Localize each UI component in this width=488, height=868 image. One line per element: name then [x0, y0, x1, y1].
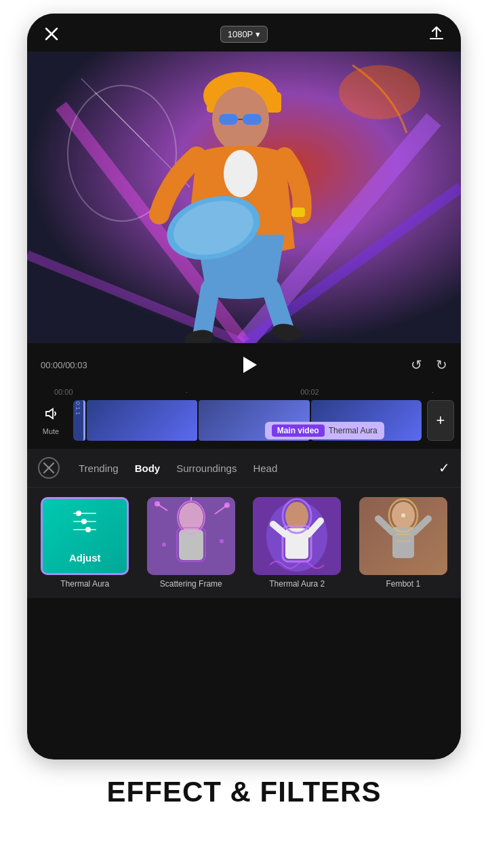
effects-tabs: Trending Body Surroundings Head ✓ [27, 449, 461, 488]
ruler-mark-1: 00:00 [54, 388, 73, 396]
tab-surroundings[interactable]: Surroundings [168, 460, 245, 477]
dropdown-arrow: ▾ [256, 29, 260, 39]
no-effect-button[interactable] [38, 457, 60, 479]
time-display: 00:00/00:03 [41, 360, 87, 370]
play-icon [243, 357, 257, 373]
ruler-dot-2: · [432, 388, 434, 396]
effect-label-thermal2: Thermal Aura 2 [269, 579, 325, 589]
svg-rect-19 [291, 208, 305, 217]
top-bar: 1080P ▾ [27, 14, 461, 52]
effect-item-fembot[interactable]: Fembot 1 [354, 497, 453, 589]
effects-panel: Trending Body Surroundings Head ✓ Adjust… [27, 449, 461, 598]
main-video-badge: Main video [272, 425, 325, 437]
add-clip-icon: + [436, 412, 445, 429]
phone-frame: 1080P ▾ [27, 14, 461, 760]
svg-point-31 [220, 539, 224, 543]
page-footer: EFFECT & FILTERS [107, 776, 382, 808]
redo-button[interactable]: ↻ [436, 357, 447, 373]
effect-item-thermal-aura[interactable]: Adjust Thermal Aura [35, 497, 135, 589]
mute-icon [43, 406, 58, 425]
svg-point-14 [224, 150, 258, 197]
clip-indicator: 0:1.1 [73, 400, 85, 441]
effect-thumb-fembot [359, 497, 447, 575]
timeline-section: 00:00 · 00:02 · Mute 0:1.1 [27, 387, 461, 449]
effect-popup: Main video Thermal Aura [265, 422, 384, 439]
add-clip-button[interactable]: + [427, 400, 454, 441]
svg-point-51 [401, 513, 405, 517]
tab-trending[interactable]: Trending [70, 460, 127, 477]
video-preview [27, 52, 461, 343]
effects-grid: Adjust Thermal Aura [27, 488, 461, 598]
svg-rect-11 [219, 114, 238, 125]
effect-item-scattering[interactable]: Scattering Frame [142, 497, 241, 589]
ruler-mark-2: 00:02 [300, 388, 319, 396]
ruler-dot-1: · [186, 388, 188, 396]
export-button[interactable] [426, 23, 447, 45]
tab-head[interactable]: Head [245, 460, 285, 477]
mute-label: Mute [43, 427, 59, 435]
timeline-track: Mute 0:1.1 [34, 397, 454, 443]
footer-title: EFFECT & FILTERS [107, 776, 382, 808]
playback-bar: 00:00/00:03 ↺ ↻ [27, 343, 461, 387]
control-buttons: ↺ ↻ [411, 357, 447, 373]
timeline-ruler: 00:00 · 00:02 · [34, 387, 454, 397]
effect-item-thermal2[interactable]: Thermal Aura 2 [247, 497, 347, 589]
confirm-button[interactable]: ✓ [439, 460, 450, 476]
character-figure [108, 58, 380, 343]
play-button[interactable] [234, 350, 264, 380]
svg-point-29 [224, 502, 230, 508]
svg-point-28 [155, 501, 160, 507]
effect-thumb-scattering [147, 497, 235, 575]
clip-1[interactable] [87, 400, 197, 441]
tab-body[interactable]: Body [127, 460, 169, 477]
effect-popup-name: Thermal Aura [329, 426, 378, 435]
resolution-selector[interactable]: 1080P ▾ [220, 26, 268, 43]
effect-thumb-thermal-aura: Adjust [41, 497, 129, 575]
svg-rect-12 [243, 114, 262, 125]
effect-label-thermal-aura: Thermal Aura [60, 579, 109, 589]
effect-label-fembot: Fembot 1 [386, 579, 420, 589]
undo-button[interactable]: ↺ [411, 357, 422, 373]
resolution-label: 1080P [228, 29, 253, 39]
adjust-label: Adjust [69, 552, 101, 564]
mute-button[interactable]: Mute [34, 406, 68, 435]
close-button[interactable] [41, 23, 62, 45]
effect-label-scattering: Scattering Frame [160, 579, 222, 589]
effect-thumb-thermal2 [253, 497, 341, 575]
svg-point-30 [162, 542, 166, 547]
track-clips-wrapper: 0:1.1 Main video Thermal [73, 400, 422, 441]
